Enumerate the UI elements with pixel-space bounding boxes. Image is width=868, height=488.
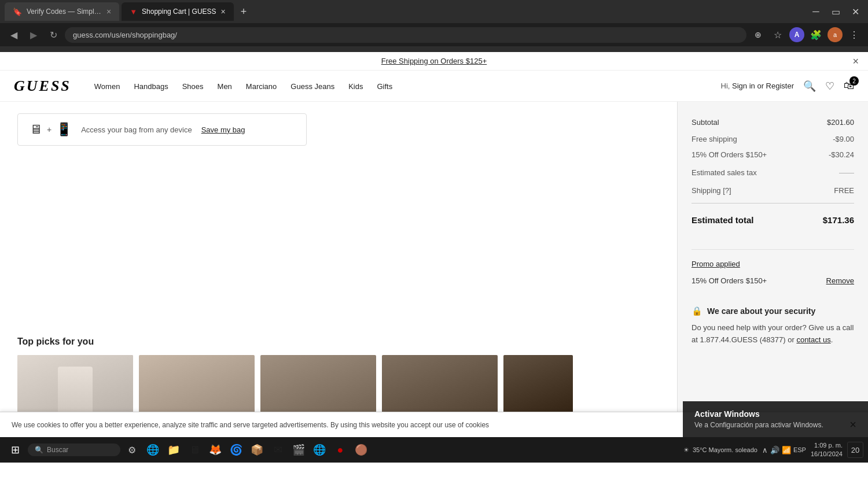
taskbar-icon-11[interactable]: 🟤 <box>352 441 370 459</box>
taskbar: ⊞ 🔍 Buscar ⚙ 🌐 📁 🖥 🦊 🌀 📦 ✉ 🎬 🌐 ● 🟤 ☀ 35°… <box>0 437 868 463</box>
taskbar-icon-2[interactable]: 📁 <box>164 441 183 459</box>
taskbar-icon-1[interactable]: 🌐 <box>144 441 162 459</box>
subtotal-value: $201.60 <box>827 118 854 127</box>
close-button[interactable]: ✕ <box>847 3 863 20</box>
announcement-close-icon[interactable]: × <box>852 55 859 67</box>
taskbar-icon-10[interactable]: ● <box>331 441 350 459</box>
nav-guess-jeans[interactable]: Guess Jeans <box>290 82 334 91</box>
wishlist-icon[interactable]: ♡ <box>825 80 834 93</box>
top-picks-title: Top picks for you <box>17 337 660 347</box>
translate-icon[interactable]: ⊕ <box>750 27 766 43</box>
browser-tab-inactive[interactable]: 🔖 Verify Codes — SimplyCodes × <box>5 2 119 21</box>
contact-us-link[interactable]: contact us <box>796 335 830 344</box>
new-tab-button[interactable]: + <box>236 3 252 20</box>
discount-row: 15% Off Orders $150+ -$30.24 <box>692 147 854 162</box>
lang-label: ESP <box>793 446 806 453</box>
browser-controls-bar: ◀ ▶ ↻ ⊕ ☆ A 🧩 a ⋮ <box>0 23 868 46</box>
taskbar-search[interactable]: 🔍 Buscar <box>28 443 120 456</box>
taskbar-tray: ☀ 35°C Mayorm. soleado ∧ 🔊 📶 ESP 1:09 p.… <box>683 441 863 459</box>
tax-value: —— <box>839 168 854 177</box>
promo-row: 15% Off Orders $150+ Remove <box>692 274 854 287</box>
tab2-title: Shopping Cart | GUESS <box>142 8 216 16</box>
clock-time: 1:09 p. m. <box>811 441 843 450</box>
taskbar-icon-9[interactable]: 🌐 <box>310 441 329 459</box>
minimize-button[interactable]: ─ <box>808 3 824 20</box>
security-section: 🔒 We care about your security Do you nee… <box>692 306 854 346</box>
save-bag-link[interactable]: Save my bag <box>201 125 245 134</box>
nav-gifts[interactable]: Gifts <box>377 82 392 91</box>
tax-label: Estimated sales tax <box>692 168 757 177</box>
nav-kids[interactable]: Kids <box>348 82 363 91</box>
nav-marciano[interactable]: Marciano <box>246 82 277 91</box>
cart-icon-wrap[interactable]: 🛍 2 <box>844 80 854 92</box>
reload-button[interactable]: ↻ <box>45 27 61 43</box>
profile-icon[interactable]: A <box>789 27 804 42</box>
network-icon[interactable]: 📶 <box>782 446 791 454</box>
product-card-1[interactable] <box>17 355 133 419</box>
cart-badge: 2 <box>849 76 859 86</box>
extensions-icon[interactable]: 🧩 <box>808 27 824 43</box>
top-picks-section: Top picks for you <box>17 337 660 419</box>
logo[interactable]: GUESS <box>14 77 71 95</box>
save-bag-bar: 🖥 + 📱 Access your bag from any device Sa… <box>17 113 307 146</box>
tab1-close[interactable]: × <box>106 7 111 16</box>
cookie-text: We use cookies to offer you a better exp… <box>12 421 489 429</box>
weather-text: 35°C Mayorm. soleado <box>693 446 757 453</box>
mobile-icon: 📱 <box>56 122 72 137</box>
summary-divider <box>692 203 854 204</box>
notification-icon[interactable]: 20 <box>847 442 863 458</box>
shipping-value: FREE <box>834 186 854 195</box>
clock-date: 16/10/2024 <box>811 450 843 459</box>
bookmark-icon[interactable]: ☆ <box>770 27 786 43</box>
windows-activate-overlay: Activar Windows Ve a Configuración para … <box>683 401 868 437</box>
tab2-favicon: ▼ <box>130 8 137 16</box>
shipping-label: Shipping [?] <box>692 186 731 195</box>
address-bar[interactable] <box>65 27 746 43</box>
total-value: $171.36 <box>823 215 854 225</box>
nav-women[interactable]: Women <box>94 82 120 91</box>
announcement-link[interactable]: Free Shipping on Orders $125+ <box>381 57 487 65</box>
nav-handbags[interactable]: Handbags <box>134 82 168 91</box>
forward-button[interactable]: ▶ <box>25 27 42 43</box>
sign-in-link[interactable]: Sign in or Register <box>732 82 794 90</box>
restore-button[interactable]: ▭ <box>827 3 844 20</box>
taskbar-icon-6[interactable]: 📦 <box>248 441 266 459</box>
nav-shoes[interactable]: Shoes <box>182 82 204 91</box>
product-card-3[interactable] <box>260 355 376 419</box>
security-title: We care about your security <box>707 306 815 316</box>
weather-icon: ☀ <box>683 446 689 454</box>
nav-men[interactable]: Men <box>218 82 232 91</box>
chevron-icon[interactable]: ∧ <box>762 446 768 454</box>
product-card-4[interactable] <box>382 355 498 419</box>
start-button[interactable]: ⊞ <box>5 439 25 460</box>
nav-auth-text: Hi, Sign in or Register <box>721 82 794 90</box>
promo-applied-link[interactable]: Promo applied <box>692 260 740 268</box>
tab2-close[interactable]: × <box>221 7 226 16</box>
more-options-icon[interactable]: ⋮ <box>846 27 862 43</box>
taskbar-icon-3[interactable]: 🖥 <box>185 441 204 459</box>
taskbar-icon-8[interactable]: 🎬 <box>289 441 308 459</box>
discount-value: -$30.24 <box>829 150 854 159</box>
browser-tab-active[interactable]: ▼ Shopping Cart | GUESS × <box>122 2 234 21</box>
user-avatar[interactable]: a <box>827 27 843 42</box>
plus-icon: + <box>47 125 52 134</box>
taskbar-icon-5[interactable]: 🌀 <box>227 441 245 459</box>
lock-icon: 🔒 <box>692 306 703 316</box>
promo-remove-link[interactable]: Remove <box>826 276 854 285</box>
activate-title: Activar Windows <box>694 409 856 419</box>
search-icon[interactable]: 🔍 <box>803 80 816 93</box>
back-button[interactable]: ◀ <box>6 27 22 43</box>
cart-area: 🖥 + 📱 Access your bag from any device Sa… <box>0 102 677 438</box>
task-manager-icon[interactable]: ⚙ <box>123 441 141 459</box>
discount-label: 15% Off Orders $150+ <box>692 150 767 159</box>
tax-row: Estimated sales tax —— <box>692 162 854 183</box>
browser-title-bar: 🔖 Verify Codes — SimplyCodes × ▼ Shoppin… <box>0 0 868 23</box>
taskbar-icon-7[interactable]: ✉ <box>269 441 287 459</box>
product-card-2[interactable] <box>139 355 255 419</box>
product-card-5[interactable] <box>503 355 573 419</box>
page: Free Shipping on Orders $125+ × GUESS Wo… <box>0 52 868 463</box>
taskbar-icon-4[interactable]: 🦊 <box>206 441 225 459</box>
clock: 1:09 p. m. 16/10/2024 <box>811 441 843 459</box>
volume-icon[interactable]: 🔊 <box>770 446 779 454</box>
security-title-row: 🔒 We care about your security <box>692 306 854 316</box>
